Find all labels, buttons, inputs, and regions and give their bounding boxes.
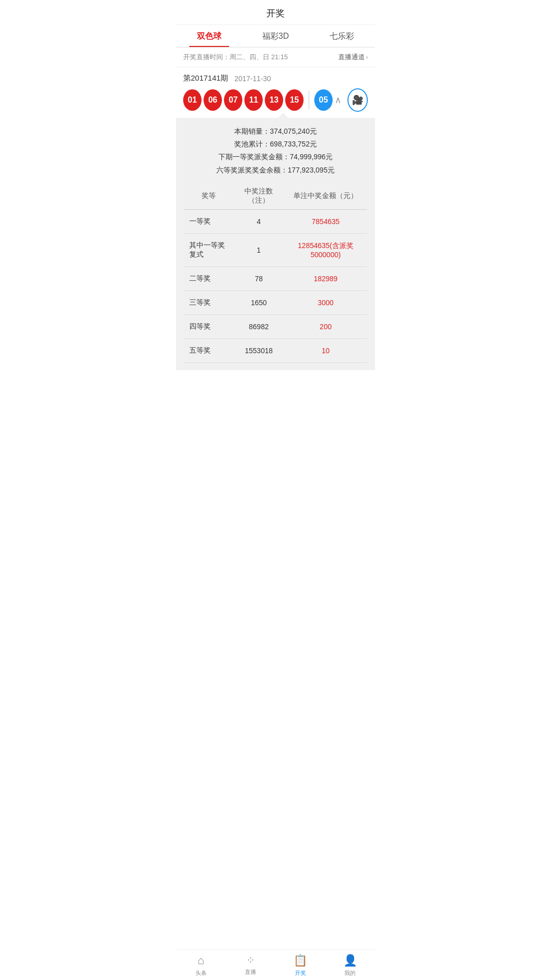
ball-divider xyxy=(309,91,309,109)
prize-amount: 12854635(含派奖5000000) xyxy=(285,233,367,266)
prize-count: 1553018 xyxy=(233,338,285,362)
summary-line2: 奖池累计：698,733,752元 xyxy=(184,138,367,151)
tab-fucai3d[interactable]: 福彩3D xyxy=(242,25,309,47)
col-header-count: 中奖注数（注） xyxy=(233,183,285,210)
prize-level: 二等奖 xyxy=(184,266,233,290)
red-ball-6: 15 xyxy=(285,89,304,111)
summary-text: 本期销量：374,075,240元 奖池累计：698,733,752元 下期一等… xyxy=(184,125,367,177)
red-ball-1: 01 xyxy=(183,89,202,111)
table-row: 二等奖78182989 xyxy=(184,266,367,290)
broadcast-bar: 开奖直播时间：周二、四、日 21:15 直播通道 › xyxy=(176,47,375,67)
red-ball-4: 11 xyxy=(244,89,263,111)
prize-count: 1650 xyxy=(233,290,285,314)
tab-shuangseqiu[interactable]: 双色球 xyxy=(176,25,242,47)
summary-line3: 下期一等奖派奖金额：74,999,996元 xyxy=(184,151,367,163)
prize-count: 1 xyxy=(233,233,285,266)
period-info: 第2017141期 2017-11-30 xyxy=(183,74,368,83)
table-row: 五等奖155301810 xyxy=(184,338,367,362)
red-ball-3: 07 xyxy=(224,89,242,111)
details-panel: 本期销量：374,075,240元 奖池累计：698,733,752元 下期一等… xyxy=(176,118,375,370)
blue-ball: 05 xyxy=(314,89,333,111)
col-header-amount: 单注中奖金额（元） xyxy=(285,183,367,210)
summary-line4: 六等奖派奖奖金余额：177,923,095元 xyxy=(184,164,367,177)
period-number: 第2017141期 xyxy=(183,74,228,83)
table-row: 四等奖86982200 xyxy=(184,314,367,338)
col-header-level: 奖等 xyxy=(184,183,233,210)
tab-bar: 双色球 福彩3D 七乐彩 xyxy=(176,25,375,47)
summary-line1: 本期销量：374,075,240元 xyxy=(184,125,367,138)
prize-amount: 200 xyxy=(285,314,367,338)
prize-level: 其中一等奖复式 xyxy=(184,233,233,266)
page-title: 开奖 xyxy=(266,8,285,18)
table-row: 一等奖47854635 xyxy=(184,209,367,233)
numbers-row: 01 06 07 11 13 15 05 ∧ 🎥 xyxy=(183,88,368,118)
broadcast-link[interactable]: 直播通道 › xyxy=(338,53,368,62)
table-row: 三等奖16503000 xyxy=(184,290,367,314)
red-ball-2: 06 xyxy=(204,89,222,111)
prize-count: 78 xyxy=(233,266,285,290)
chevron-right-icon: › xyxy=(366,54,368,61)
period-date: 2017-11-30 xyxy=(234,75,271,83)
prize-amount: 3000 xyxy=(285,290,367,314)
tab-qilecai[interactable]: 七乐彩 xyxy=(309,25,375,47)
video-button[interactable]: 🎥 xyxy=(347,88,368,112)
prize-table: 奖等 中奖注数（注） 单注中奖金额（元） 一等奖47854635其中一等奖复式1… xyxy=(184,183,367,363)
prize-amount: 182989 xyxy=(285,266,367,290)
prize-level: 三等奖 xyxy=(184,290,233,314)
broadcast-time: 开奖直播时间：周二、四、日 21:15 xyxy=(183,53,288,62)
collapse-button[interactable]: ∧ xyxy=(335,94,341,106)
table-row: 其中一等奖复式112854635(含派奖5000000) xyxy=(184,233,367,266)
page-header: 开奖 xyxy=(176,0,375,25)
prize-count: 4 xyxy=(233,209,285,233)
prize-level: 五等奖 xyxy=(184,338,233,362)
prize-amount: 10 xyxy=(285,338,367,362)
prize-level: 一等奖 xyxy=(184,209,233,233)
prize-count: 86982 xyxy=(233,314,285,338)
prize-level: 四等奖 xyxy=(184,314,233,338)
video-icon: 🎥 xyxy=(352,94,363,106)
red-ball-5: 13 xyxy=(265,89,283,111)
prize-amount: 7854635 xyxy=(285,209,367,233)
period-section: 第2017141期 2017-11-30 01 06 07 11 13 15 0… xyxy=(176,67,375,118)
